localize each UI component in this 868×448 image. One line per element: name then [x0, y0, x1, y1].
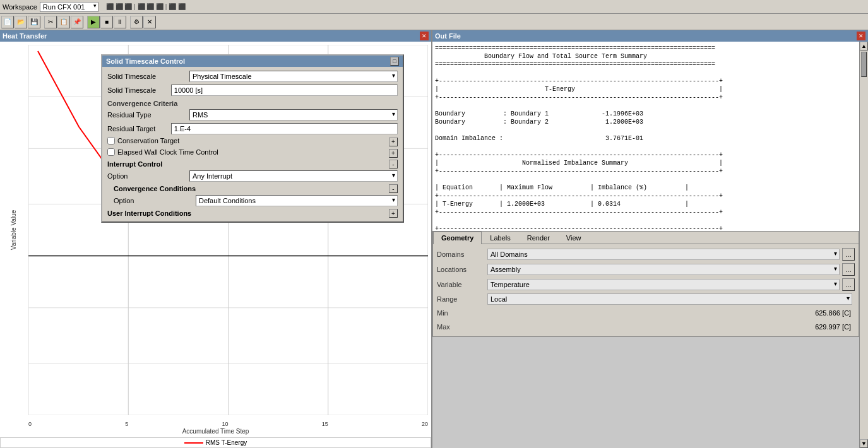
min-row: Min 625.866 [C]	[433, 306, 859, 320]
user-interrupt-row: User Interrupt Conditions +	[107, 209, 398, 218]
interrupt-expand[interactable]: -	[389, 160, 398, 168]
domains-select[interactable]: All Domains	[487, 249, 840, 260]
locations-btn[interactable]: …	[842, 263, 855, 276]
variable-select-wrap: Temperature	[487, 279, 840, 290]
run-icon[interactable]: ▶	[87, 16, 100, 28]
pause-icon[interactable]: ⏸	[114, 16, 126, 28]
solid-timescale-row: Solid Timescale Physical Timescale	[107, 71, 398, 82]
right-content: ========================================…	[432, 42, 868, 448]
solid-timescale-input[interactable]	[171, 85, 398, 96]
solid-timescale-select[interactable]: Physical Timescale	[189, 71, 398, 82]
range-label: Range	[437, 295, 487, 303]
save-icon[interactable]: 💾	[28, 16, 40, 28]
residual-type-row: Residual Type RMS MAX	[107, 109, 398, 121]
residual-target-label: Residual Target	[107, 125, 171, 133]
icon-bar: 📄 📂 💾 ✂ 📋 📌 ▶ ■ ⏸ ⚙ ✕	[0, 14, 868, 30]
workspace-dropdown[interactable]: Run CFX 001	[40, 2, 98, 12]
cut-icon[interactable]: ✂	[44, 16, 57, 28]
dialog-titlebar: Solid Timescale Control □	[102, 56, 403, 67]
dialog-close-btn[interactable]: □	[390, 57, 399, 66]
variable-select[interactable]: Temperature	[487, 279, 840, 290]
elapsed-checkbox[interactable]	[107, 148, 115, 156]
domains-btn[interactable]: …	[842, 248, 855, 261]
range-select-wrap: Local	[487, 293, 852, 305]
right-panel: Out File ✕ =============================…	[432, 30, 868, 448]
interrupt-header-row: Interrupt Control -	[107, 160, 398, 168]
convergence-option-row: Option Default Conditions User Specified	[114, 195, 398, 206]
geometry-panel: Geometry Labels Render View Domains All …	[432, 231, 859, 337]
variable-btn[interactable]: …	[842, 278, 855, 291]
paste-icon[interactable]: 📌	[71, 16, 83, 28]
stop-icon[interactable]: ■	[100, 16, 113, 28]
tab-render[interactable]: Render	[519, 232, 558, 244]
chart-legend: RMS T-Energy	[0, 437, 431, 448]
tab-view[interactable]: View	[558, 232, 590, 244]
scroll-thumb[interactable]	[861, 52, 867, 77]
residual-type-select-wrap: RMS MAX	[189, 109, 398, 121]
solid-timescale-label: Solid Timescale	[107, 73, 189, 80]
right-scrollbar[interactable]: ▲ ▼	[859, 42, 868, 448]
convergence-expand[interactable]: -	[389, 184, 398, 193]
convergence-option-label: Option	[114, 197, 196, 204]
range-row: Range Local	[433, 292, 859, 306]
conservation-checkbox[interactable]	[107, 137, 115, 144]
variable-label: Variable	[437, 281, 487, 288]
min-label: Min	[437, 309, 487, 317]
min-value: 625.866 [C]	[487, 309, 855, 317]
tab-labels[interactable]: Labels	[482, 232, 518, 244]
workspace-dropdown-wrap: Run CFX 001	[40, 2, 98, 12]
conservation-row: Conservation Target +	[107, 137, 398, 146]
dialog-title: Solid Timescale Control	[106, 57, 185, 65]
convergence-header: Convergence Criteria	[107, 100, 398, 107]
out-file-text: ========================================…	[435, 44, 857, 231]
scroll-down[interactable]: ▼	[860, 439, 868, 448]
max-row: Max 629.997 [C]	[433, 320, 859, 334]
user-interrupt-expand[interactable]: +	[389, 209, 398, 218]
legend-label: RMS T-Energy	[206, 439, 247, 446]
left-panel-close[interactable]: ✕	[420, 32, 429, 40]
locations-select[interactable]: Assembly	[487, 264, 840, 275]
residual-type-select[interactable]: RMS MAX	[189, 109, 398, 121]
open-icon[interactable]: 📂	[15, 16, 27, 28]
conservation-label: Conservation Target	[117, 137, 179, 144]
tab-geometry[interactable]: Geometry	[433, 232, 482, 244]
convergence-conditions-title: Convergence Conditions	[114, 185, 196, 192]
conservation-expand[interactable]: +	[389, 138, 398, 146]
legend-line	[184, 442, 203, 444]
sep3	[127, 16, 129, 28]
right-panel-titlebar: Out File ✕	[432, 30, 868, 42]
right-panel-title: Out File	[435, 32, 461, 40]
toolbar: Workspace Run CFX 001 ⬛ ⬛ ⬛ | ⬛ ⬛ ⬛ | ⬛ …	[0, 0, 868, 14]
left-panel: Heat Transfer ✕ Variable Value	[0, 30, 432, 448]
x-axis-ticks: 0 5 10 15 20	[28, 421, 428, 427]
new-icon[interactable]: 📄	[1, 16, 14, 28]
elapsed-row: Elapsed Wall Clock Time Control +	[107, 148, 398, 158]
solid-timescale-dialog: Solid Timescale Control □ Solid Timescal…	[101, 54, 404, 223]
option-label: Option	[107, 172, 189, 180]
range-select[interactable]: Local	[487, 293, 852, 305]
out-file-area: ========================================…	[432, 42, 859, 231]
settings-icon[interactable]: ⚙	[130, 16, 143, 28]
elapsed-label: Elapsed Wall Clock Time Control	[117, 148, 218, 156]
sep2	[84, 16, 86, 28]
convergence-option-select-wrap: Default Conditions User Specified	[196, 195, 398, 206]
locations-select-wrap: Assembly	[487, 264, 840, 275]
elapsed-expand[interactable]: +	[389, 149, 398, 158]
interrupt-control-title: Interrupt Control	[107, 160, 162, 168]
right-panel-close[interactable]: ✕	[857, 32, 865, 40]
convergence-option-select[interactable]: Default Conditions User Specified	[196, 195, 398, 206]
option-row: Option Any Interrupt User Specified	[107, 170, 398, 182]
workspace-area: Workspace Run CFX 001	[3, 2, 98, 12]
variable-row: Variable Temperature …	[433, 277, 859, 292]
locations-label: Locations	[437, 266, 487, 273]
residual-target-input[interactable]	[171, 123, 398, 134]
scroll-up[interactable]: ▲	[860, 42, 868, 50]
copy-icon[interactable]: 📋	[57, 16, 70, 28]
residual-type-label: Residual Type	[107, 111, 189, 119]
solid-timescale-select-wrap: Physical Timescale	[189, 71, 398, 82]
max-value: 629.997 [C]	[487, 323, 855, 331]
tab-bar: Geometry Labels Render View	[433, 232, 859, 244]
option-select[interactable]: Any Interrupt User Specified	[189, 170, 398, 182]
close-x-icon[interactable]: ✕	[143, 16, 156, 28]
option-select-wrap: Any Interrupt User Specified	[189, 170, 398, 182]
